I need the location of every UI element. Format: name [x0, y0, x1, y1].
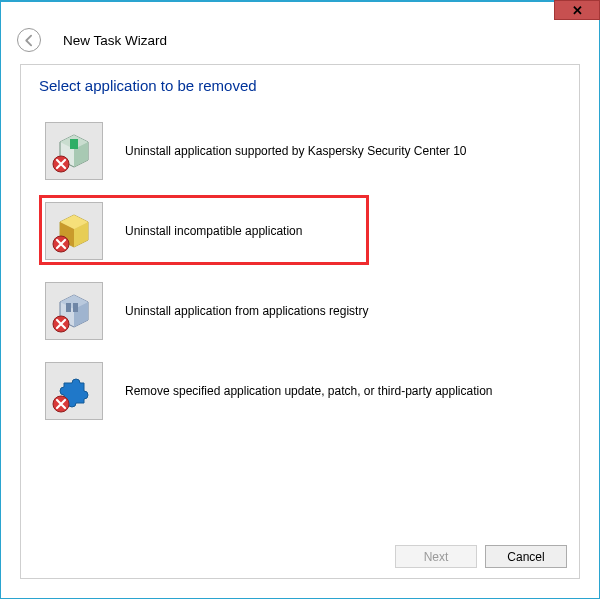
section-title: Select application to be removed	[21, 65, 579, 94]
cancel-button[interactable]: Cancel	[485, 545, 567, 568]
next-button[interactable]: Next	[395, 545, 477, 568]
option-uninstall-registry[interactable]: Uninstall application from applications …	[21, 282, 579, 340]
kaspersky-box-icon	[45, 122, 103, 180]
option-label: Uninstall application from applications …	[125, 304, 368, 318]
wizard-window: ✕ New Task Wizard Select application to …	[0, 0, 600, 599]
option-uninstall-supported[interactable]: Uninstall application supported by Kaspe…	[21, 122, 579, 180]
next-button-label: Next	[424, 550, 449, 564]
cancel-button-label: Cancel	[507, 550, 544, 564]
option-remove-update[interactable]: Remove specified application update, pat…	[21, 362, 579, 420]
option-label: Remove specified application update, pat…	[125, 384, 493, 398]
option-uninstall-incompatible[interactable]: Uninstall incompatible application	[21, 202, 579, 260]
svg-rect-3	[70, 139, 78, 149]
content-panel: Select application to be removed	[20, 64, 580, 579]
option-label: Uninstall incompatible application	[125, 224, 302, 238]
puzzle-icon	[45, 362, 103, 420]
back-arrow-icon	[23, 34, 36, 47]
header: New Task Wizard	[1, 24, 599, 56]
back-button[interactable]	[17, 28, 41, 52]
option-label: Uninstall application supported by Kaspe…	[125, 144, 467, 158]
yellow-box-icon	[45, 202, 103, 260]
close-icon: ✕	[572, 4, 583, 17]
titlebar: ✕	[1, 2, 599, 24]
options-list: Uninstall application supported by Kaspe…	[21, 122, 579, 420]
registry-box-icon	[45, 282, 103, 340]
footer: Next Cancel	[395, 545, 567, 568]
svg-rect-14	[73, 303, 78, 312]
svg-rect-13	[66, 303, 71, 312]
wizard-title: New Task Wizard	[63, 33, 167, 48]
close-button[interactable]: ✕	[554, 0, 600, 20]
